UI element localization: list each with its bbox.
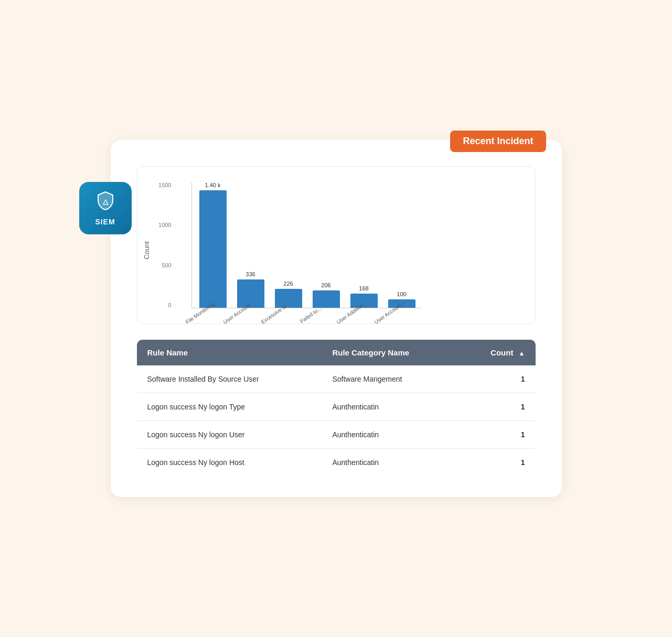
shield-icon: △ [95,190,115,214]
bar-value-1: 336 [246,271,255,277]
siem-label: SIEM [95,218,115,226]
y-axis-label: Count [143,241,151,260]
svg-text:△: △ [102,198,109,206]
category-cell: Software Mangement [322,365,458,393]
col-rule-name: Rule Name [137,340,322,365]
table-row: Logon success Ny logon TypeAunthenticati… [137,393,536,421]
rule-name-cell: Logon success Ny logon Host [137,449,322,477]
category-cell: Aunthenticatin [322,393,458,421]
col-rule-category: Rule Category Name [322,340,458,365]
count-cell: 1 [458,393,536,421]
category-cell: Aunthenticatin [322,449,458,477]
y-tick-1000: 1000 [155,222,172,228]
bar-group-3: 206 [313,282,340,308]
table-row: Logon success Ny logon HostAunthenticati… [137,449,536,477]
sort-arrow-icon: ▲ [519,350,525,357]
count-cell: 1 [458,449,536,477]
category-cell: Aunthenticatin [322,421,458,449]
rule-name-cell: Logon success Ny logon Type [137,393,322,421]
bar-0 [199,190,227,308]
bar-group-1: 336 [237,271,264,308]
table-row: Software Installed By Source UserSoftwar… [137,365,536,393]
siem-logo: △ SIEM [79,182,132,234]
data-table: Rule Name Rule Category Name Count ▲ Sof… [137,340,536,476]
recent-incident-badge: Recent Incident [450,131,546,152]
bar-value-2: 226 [283,280,293,287]
table-header-row: Rule Name Rule Category Name Count ▲ [137,340,536,365]
bar-value-5: 100 [397,291,406,297]
bar-value-4: 168 [359,285,368,291]
chart-container: Count 1500 1000 500 0 1.40 k336226206168… [137,166,536,324]
y-tick-0: 0 [155,303,172,308]
bar-group-0: 1.40 k [199,182,227,308]
x-labels: File MonitoringUser AccountExcessive to … [175,310,519,318]
count-cell: 1 [458,421,536,449]
col-count[interactable]: Count ▲ [458,340,536,365]
bar-value-0: 1.40 k [205,182,221,188]
rule-name-cell: Software Installed By Source User [137,365,322,393]
chart-inner: 1500 1000 500 0 1.40 k336226206168100 Fi… [155,182,519,318]
main-card: Recent Incident △ SIEM Count 1500 1000 5… [111,140,562,497]
y-tick-500: 500 [155,263,172,268]
bar-1 [237,279,264,308]
y-tick-1500: 1500 [155,182,172,188]
bars-area: 1.40 k336226206168100 [191,182,421,308]
bar-value-3: 206 [321,282,330,288]
rule-name-cell: Logon success Ny logon User [137,421,322,449]
bar-3 [313,290,340,308]
count-cell: 1 [458,365,536,393]
table-row: Logon success Ny logon UserAunthenticati… [137,421,536,449]
